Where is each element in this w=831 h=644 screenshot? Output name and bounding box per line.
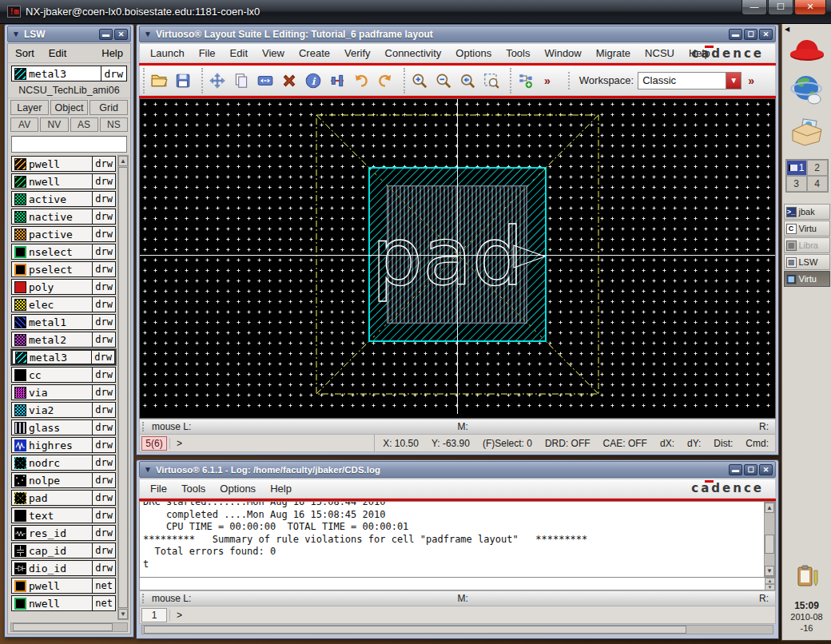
log-close-button[interactable]: ✕	[759, 464, 773, 475]
move-button[interactable]	[207, 70, 229, 92]
taskbar-item-virtuoso[interactable]: ▩Virtu	[784, 271, 830, 287]
lsw-close-button[interactable]: ✕	[114, 29, 128, 40]
menu-item-sort[interactable]: Sort	[8, 46, 42, 61]
open-folder-button[interactable]	[149, 70, 171, 92]
layer-row-via-drw[interactable]: viadrw	[11, 384, 116, 400]
layer-row-nactive-drw[interactable]: nactivedrw	[11, 209, 116, 225]
layer-row-active-drw[interactable]: activedrw	[11, 191, 116, 207]
main-maximize-button[interactable]: ☐	[744, 29, 757, 40]
lsw-tab-layer[interactable]: Layer	[10, 100, 49, 115]
menu-item-window[interactable]: Window	[538, 46, 589, 61]
menu-item-migrate[interactable]: Migrate	[589, 46, 638, 61]
log-horizontal-scrollbar[interactable]	[141, 625, 773, 634]
statusbar-handle[interactable]	[142, 422, 149, 432]
command-prompt[interactable]: >	[169, 610, 189, 621]
layer-row-pwell-drw[interactable]: pwelldrw	[11, 156, 116, 172]
menu-item-view[interactable]: View	[255, 46, 292, 61]
layer-list-scrollbar[interactable]: ▲ ▼	[117, 155, 129, 620]
log-text-area[interactable]: DRC started.......Mon Aug 16 15:08:44 20…	[139, 501, 776, 578]
zoom-in-button[interactable]	[409, 70, 431, 92]
align-button[interactable]	[327, 70, 349, 92]
workspace-2[interactable]: 2	[807, 160, 828, 176]
taskbar-item-terminal[interactable]: >_jbak	[784, 204, 830, 220]
lsw-minimize-button[interactable]: ▬	[99, 29, 113, 40]
log-input-field[interactable]: ▲▼	[139, 578, 776, 590]
workspace-select[interactable]: Classic ▼	[638, 72, 742, 89]
layer-row-glass-drw[interactable]: glassdrw	[11, 419, 116, 435]
layer-row-poly-drw[interactable]: polydrw	[11, 279, 116, 295]
nx-minimize-button[interactable]: —	[742, 0, 767, 15]
layer-row-nodrc-drw[interactable]: nodrcdrw	[11, 455, 116, 471]
nx-maximize-button[interactable]: ☐	[768, 0, 793, 15]
menu-item-edit[interactable]: Edit	[223, 46, 255, 61]
layer-row-res_id-drw[interactable]: res_iddrw	[11, 525, 116, 541]
log-scrollbar[interactable]: ▲ ▼	[764, 502, 775, 577]
window-menu-chevron-icon[interactable]: ▼	[144, 465, 152, 474]
layer-row-via2-drw[interactable]: via2drw	[11, 402, 116, 418]
command-history-count[interactable]: 1	[141, 608, 167, 622]
scrollbar-thumb[interactable]	[765, 535, 774, 554]
layer-row-metal1-drw[interactable]: metal1drw	[11, 314, 116, 330]
panel-hide-arrow-icon[interactable]: ◀	[785, 26, 789, 33]
scrollbar-thumb[interactable]	[118, 167, 128, 608]
layer-row-text-drw[interactable]: textdrw	[11, 507, 116, 523]
properties-button[interactable]: i	[303, 70, 325, 92]
layer-row-pwell-net[interactable]: pwellnet	[11, 578, 116, 594]
clipboard-notes-icon[interactable]	[794, 563, 820, 592]
menu-item-options[interactable]: Options	[213, 481, 263, 496]
menu-item-help[interactable]: Help	[263, 481, 299, 496]
lsw-button-av[interactable]: AV	[10, 117, 38, 132]
scroll-up-icon[interactable]: ▲	[118, 156, 128, 166]
lsw-tab-grid[interactable]: Grid	[89, 100, 128, 115]
nx-close-button[interactable]: ✕	[794, 0, 826, 15]
email-icon[interactable]	[790, 117, 824, 149]
zoom-out-button[interactable]	[433, 70, 455, 92]
menu-item-file[interactable]: File	[143, 481, 174, 496]
window-menu-chevron-icon[interactable]: ▼	[12, 30, 20, 38]
layer-row-metal3-drw[interactable]: metal3drw	[11, 349, 116, 365]
layer-row-nwell-net[interactable]: nwellnet	[11, 595, 116, 611]
save-button[interactable]	[173, 70, 195, 92]
copy-button[interactable]	[231, 70, 253, 92]
layer-row-pactive-drw[interactable]: pactivedrw	[11, 226, 116, 242]
taskbar-item-lsw[interactable]: ▤LSW	[784, 254, 830, 270]
main-minimize-button[interactable]: ▬	[729, 29, 742, 40]
main-close-button[interactable]: ✕	[759, 29, 773, 40]
lsw-button-ns[interactable]: NS	[100, 117, 128, 132]
layer-row-pselect-drw[interactable]: pselectdrw	[11, 261, 116, 277]
layer-row-dio_id-drw[interactable]: dio_iddrw	[11, 560, 116, 576]
workspace-1[interactable]: 1	[786, 160, 807, 176]
dropdown-arrow-icon[interactable]: ▼	[726, 73, 741, 89]
menu-item-create[interactable]: Create	[292, 46, 337, 61]
layer-row-cc-drw[interactable]: ccdrw	[11, 367, 116, 383]
layout-canvas[interactable]: pad	[139, 98, 776, 419]
lsw-button-nv[interactable]: NV	[40, 117, 68, 132]
window-menu-chevron-icon[interactable]: ▼	[144, 30, 152, 38]
menu-item-ncsu[interactable]: NCSU	[638, 46, 682, 61]
toolbar-overflow-chevron[interactable]: »	[543, 74, 552, 87]
layer-row-metal2-drw[interactable]: metal2drw	[11, 332, 116, 348]
panel-clock[interactable]: 15:09 2010-08 -16	[790, 600, 822, 634]
undo-button[interactable]	[351, 70, 373, 92]
lsw-titlebar[interactable]: ▼ LSW ▬ ✕	[7, 26, 131, 42]
lsw-tab-object[interactable]: Object	[50, 100, 89, 115]
log-maximize-button[interactable]: ☐	[744, 464, 757, 475]
lsw-button-as[interactable]: AS	[70, 117, 98, 132]
scroll-up-icon[interactable]: ▲	[765, 503, 774, 513]
log-titlebar[interactable]: ▼ Virtuoso® 6.1.1 - Log: /home/faculty/j…	[139, 461, 776, 478]
menu-item-options[interactable]: Options	[448, 46, 499, 61]
main-titlebar[interactable]: ▼ Virtuoso® Layout Suite L Editing: Tuto…	[139, 26, 776, 42]
menu-item-file[interactable]: File	[192, 46, 223, 61]
layer-row-cap_id-drw[interactable]: cap_iddrw	[11, 543, 116, 559]
toolbar-overflow-chevron-2[interactable]: »	[746, 74, 756, 87]
layer-row-elec-drw[interactable]: elecdrw	[11, 296, 116, 312]
menu-item-tools[interactable]: Tools	[174, 481, 213, 496]
command-prompt[interactable]: >	[169, 438, 189, 449]
redhat-menu-icon[interactable]	[789, 36, 825, 66]
menu-item-help[interactable]: Help	[94, 46, 130, 61]
delete-button[interactable]	[279, 70, 301, 92]
layer-row-nolpe-drw[interactable]: nolpedrw	[11, 472, 116, 488]
stretch-button[interactable]	[255, 70, 277, 92]
scroll-down-icon[interactable]: ▼	[765, 566, 774, 576]
current-layer-display[interactable]: metal3 drw	[11, 66, 127, 81]
